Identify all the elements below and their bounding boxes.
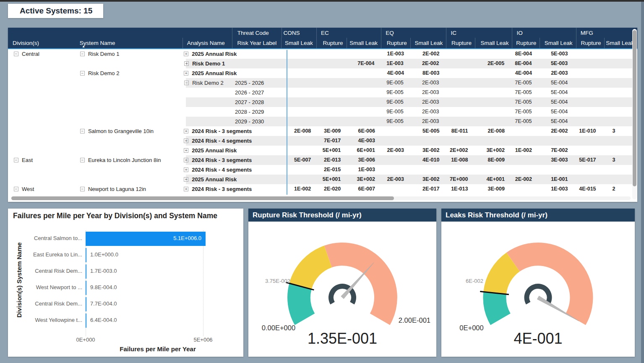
column-group-header[interactable]: IO — [512, 28, 576, 38]
matrix-value-cell[interactable]: 7E+000 — [443, 175, 471, 184]
bar[interactable] — [86, 264, 86, 279]
matrix-value-cell[interactable]: 2E-017 — [407, 184, 443, 194]
collapse-icon[interactable]: − — [14, 52, 18, 56]
matrix-value-cell[interactable]: 4E+001 — [471, 175, 508, 184]
matrix-value-cell[interactable]: 6E-006 — [344, 126, 378, 136]
collapse-icon[interactable]: − — [14, 187, 18, 191]
matrix-value-cell[interactable]: 7E-004 — [344, 59, 378, 68]
matrix-value-cell[interactable]: 3E+002 — [344, 175, 378, 184]
matrix-value-cell[interactable]: 3E-009 — [471, 184, 508, 194]
matrix-vscrollbar[interactable] — [632, 29, 637, 199]
matrix-value-cell[interactable]: 5E-004 — [535, 97, 571, 107]
matrix-value-cell[interactable]: 3E+002 — [471, 146, 508, 155]
column-header[interactable]: Rupture — [381, 38, 410, 48]
matrix-value-cell[interactable]: 4E-010 — [407, 155, 443, 165]
matrix-value-cell[interactable]: 1E-003 — [378, 59, 407, 68]
matrix-row-header-cell[interactable]: −West — [13, 186, 79, 192]
matrix-value-cell[interactable]: 5E-004 — [535, 107, 571, 117]
matrix-value-cell[interactable]: 3 — [600, 155, 632, 165]
column-header[interactable]: Rupture — [316, 38, 347, 48]
matrix-value-cell[interactable]: 5E-004 — [535, 117, 571, 126]
matrix-row[interactable]: +2024 Risk - 4 segments2E-0151E-003 — [8, 165, 632, 175]
matrix-row[interactable]: −Salmon to Grangeville 10in+2024 Risk - … — [8, 126, 632, 136]
matrix-value-cell[interactable]: 7E-005 — [508, 88, 535, 97]
matrix-value-cell[interactable]: 1E-010 — [571, 126, 599, 136]
matrix-row[interactable]: +2025 Annual Risk5E+0016E+0012E-0033E-00… — [8, 146, 632, 155]
expand-icon[interactable]: + — [184, 71, 188, 76]
matrix-value-cell[interactable]: 1E-003 — [378, 49, 407, 59]
bar[interactable] — [86, 313, 86, 328]
matrix-value-cell[interactable]: 1E-001 — [535, 175, 571, 184]
matrix-value-cell[interactable]: 2E-003 — [407, 88, 443, 97]
matrix-row[interactable]: +2024 Risk - 4 segments7E-0174E-003 — [8, 136, 632, 146]
matrix-value-cell[interactable]: 6E-007 — [344, 184, 378, 194]
matrix-row[interactable]: −East−Eureka to Lincoln Junction 8in+202… — [8, 155, 632, 165]
collapse-icon[interactable]: − — [80, 129, 85, 133]
matrix-value-cell[interactable]: 4E-015 — [571, 184, 599, 194]
matrix-value-cell[interactable]: 3E-002 — [407, 146, 443, 155]
collapse-icon[interactable]: − — [80, 187, 85, 191]
matrix-value-cell[interactable]: 9E-005 — [378, 97, 407, 107]
expand-icon[interactable]: + — [184, 148, 188, 153]
risk-year-cell[interactable]: 2029 - 2030 — [230, 117, 279, 126]
matrix-row-header-cell[interactable]: −Newport to Laguna 12in — [79, 186, 180, 192]
matrix-row[interactable]: 2027 - 20289E-0052E-0037E-0055E-004 — [8, 97, 632, 107]
column-header[interactable]: Rupture — [446, 38, 475, 48]
matrix-hscrollbar[interactable] — [11, 196, 631, 200]
bar[interactable] — [86, 297, 86, 311]
matrix-value-cell[interactable]: 2E-015 — [314, 165, 344, 175]
column-header[interactable]: Small Leak — [347, 38, 381, 48]
expand-icon[interactable]: + — [184, 52, 188, 56]
matrix-row[interactable]: +Risk Demo 17E-0041E-0032E-0022E-0058E-0… — [8, 59, 632, 68]
matrix-row-header-cell[interactable]: +2024 Risk - 3 segments — [180, 128, 231, 134]
column-header[interactable]: Small Leak — [281, 38, 316, 48]
column-header[interactable]: Analysis Name — [183, 38, 232, 48]
matrix-value-cell[interactable]: 7E-005 — [508, 117, 535, 126]
matrix-row[interactable]: −Risk Demo 2+2025 Annual Risk4E-0048E-00… — [8, 68, 632, 78]
matrix-value-cell[interactable]: 8E-003 — [407, 68, 443, 78]
matrix-row[interactable]: 2029 - 20309E-0052E-0037E-0055E-004 — [8, 117, 632, 126]
expand-icon[interactable]: + — [184, 158, 188, 162]
column-header[interactable]: Small Leak — [540, 38, 576, 48]
risk-year-cell[interactable]: 2028 - 2029 — [230, 107, 279, 117]
matrix-value-cell[interactable]: 3E-009 — [314, 126, 344, 136]
column-header[interactable]: Rupture — [576, 38, 605, 48]
expand-icon[interactable]: + — [184, 167, 188, 172]
matrix-value-cell[interactable]: 2E+002 — [443, 146, 471, 155]
matrix-value-cell[interactable]: 5E-004 — [535, 78, 571, 88]
column-group-header[interactable]: EQ — [381, 28, 446, 38]
matrix-value-cell[interactable]: 2E-002 — [407, 59, 443, 68]
collapse-icon[interactable]: − — [80, 71, 85, 76]
matrix-value-cell[interactable]: 8E-004 — [508, 59, 535, 68]
collapse-icon[interactable]: − — [14, 158, 18, 162]
collapse-icon[interactable]: − — [184, 81, 189, 85]
matrix-value-cell[interactable]: 1E-003 — [344, 165, 378, 175]
matrix-row[interactable]: 2026 - 20279E-0052E-0037E-0055E-004 — [8, 88, 632, 97]
risk-year-cell[interactable]: 2025 - 2026 — [230, 78, 279, 88]
matrix-value-cell[interactable]: 5E-007 — [280, 155, 315, 165]
matrix-value-cell[interactable]: 2E-003 — [407, 117, 443, 126]
matrix-value-cell[interactable]: 2E-003 — [378, 146, 407, 155]
matrix-value-cell[interactable]: 2E-008 — [471, 126, 508, 136]
matrix-row-header-cell[interactable]: −Central — [13, 51, 79, 57]
matrix-value-cell[interactable]: 2E-003 — [407, 97, 443, 107]
column-header[interactable]: Division(s) — [13, 38, 80, 48]
matrix-value-cell[interactable]: 9E-005 — [378, 78, 407, 88]
column-group-header[interactable]: CONS — [282, 28, 316, 38]
matrix-row-header-cell[interactable]: +2025 Annual Risk — [180, 51, 231, 57]
matrix-row-header-cell[interactable]: +2025 Annual Risk — [180, 176, 231, 183]
matrix-value-cell[interactable]: 5E+001 — [314, 175, 344, 184]
matrix-value-cell[interactable]: 2E-003 — [407, 78, 443, 88]
matrix-row-header-cell[interactable]: +2024 Risk - 4 segments — [180, 138, 231, 144]
matrix-value-cell[interactable]: 3 — [600, 126, 632, 136]
matrix-value-cell[interactable]: 3E-002 — [407, 175, 443, 184]
matrix-value-cell[interactable]: 7E-005 — [508, 78, 535, 88]
column-header[interactable]: Risk Year Label — [232, 38, 282, 48]
matrix-value-cell[interactable]: 5E-003 — [535, 49, 571, 59]
column-header[interactable]: Rupture — [512, 38, 540, 48]
matrix-row-header-cell[interactable]: +2024 Risk - 3 segments — [180, 186, 231, 192]
matrix-value-cell[interactable]: 2E-003 — [535, 68, 571, 78]
column-group-header[interactable]: IC — [446, 28, 512, 38]
column-group-header[interactable]: MFG — [576, 28, 637, 38]
matrix-value-cell[interactable]: 4E-004 — [378, 68, 407, 78]
